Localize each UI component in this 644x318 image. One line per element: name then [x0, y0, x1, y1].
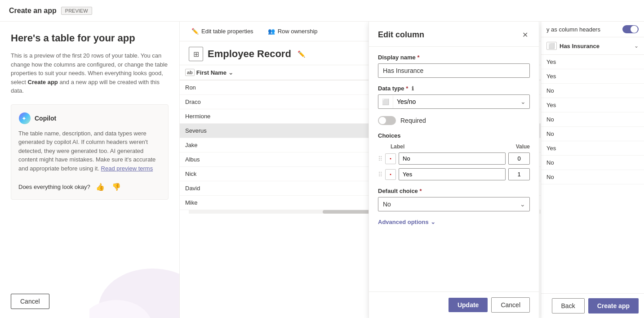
modal-header: Edit column ✕ — [369, 22, 539, 47]
thumbs-up-button[interactable]: 👍 — [94, 182, 107, 192]
edit-table-label: Edit table properties — [201, 28, 253, 35]
col-type-icon-first-name: ab — [185, 69, 195, 76]
create-app-button[interactable]: Create app — [588, 298, 639, 314]
info-icon: ℹ — [412, 85, 414, 92]
choice-color-yes[interactable]: ▪ — [385, 169, 396, 180]
app-title: Create an app — [9, 7, 57, 15]
right-col-cell: No — [541, 156, 644, 170]
choices-col-value: Value — [507, 143, 530, 150]
main-layout: Here's a table for your app This is a pr… — [0, 22, 644, 318]
right-col-row: Yes — [541, 55, 644, 69]
row-ownership-button[interactable]: 👥 Row ownership — [265, 26, 320, 36]
copilot-label: Copilot — [35, 115, 56, 122]
right-content: ✏️ Edit table properties 👥 Row ownership… — [180, 22, 644, 318]
use-as-headers-label: y as column headers — [546, 26, 600, 33]
row-ownership-label: Row ownership — [278, 28, 318, 35]
preview-terms-link[interactable]: Read preview terms — [101, 165, 153, 172]
background-decor — [89, 255, 180, 318]
update-button[interactable]: Update — [449, 298, 488, 312]
data-type-required: * — [406, 85, 408, 92]
choices-col-label: Label — [391, 143, 504, 150]
modal-title: Edit column — [378, 30, 424, 40]
default-choice-select-wrapper: No Yes ⌄ — [378, 197, 530, 211]
right-col-row: No — [541, 170, 644, 184]
color-icon-no: ▪ — [390, 156, 391, 161]
right-col-cell: Yes — [541, 141, 644, 156]
left-panel-heading: Here's a table for your app — [11, 32, 169, 44]
modal-cancel-button[interactable]: Cancel — [491, 297, 530, 313]
left-panel-description: This is a preview of the first 20 rows o… — [11, 51, 169, 95]
required-toggle-row: Required — [378, 116, 530, 125]
modal-footer: Update Cancel — [369, 291, 539, 318]
required-toggle[interactable] — [378, 116, 396, 125]
choice-row-no: ⠿ ▪ — [378, 152, 530, 165]
default-choice-label: Default choice * — [378, 188, 530, 194]
choice-label-yes-input[interactable] — [399, 168, 506, 180]
data-type-select[interactable]: Yes/no Text Number Date — [393, 95, 520, 108]
feedback-question: Does everything look okay? — [18, 184, 90, 190]
data-type-arrow: ⌄ — [520, 98, 529, 105]
right-col-cell: Yes — [541, 55, 644, 69]
display-name-input[interactable] — [378, 63, 530, 78]
choice-color-no[interactable]: ▪ — [385, 153, 396, 164]
choice-value-yes-input[interactable] — [508, 168, 530, 180]
modal-body: Display name * Data type * ℹ ⬜ — [369, 47, 539, 291]
right-col-row: Yes — [541, 141, 644, 156]
display-name-required: * — [417, 54, 419, 61]
default-choice-select[interactable]: No Yes — [378, 197, 530, 211]
right-col-cell: No — [541, 127, 644, 141]
table-name: Employee Record — [208, 48, 291, 60]
top-bar: Create an app PREVIEW — [0, 0, 644, 22]
display-name-field: Display name * — [378, 54, 530, 78]
right-col-chevron[interactable]: ⌄ — [634, 43, 639, 49]
right-col-cell: Yes — [541, 98, 644, 112]
thumbs-down-button[interactable]: 👎 — [110, 182, 123, 192]
default-choice-required: * — [419, 188, 422, 194]
right-col-cell: No — [541, 84, 644, 98]
people-icon: 👥 — [268, 28, 275, 35]
choice-row-yes: ⠿ ▪ — [378, 168, 530, 180]
data-type-select-wrapper: ⬜ Yes/no Text Number Date ⌄ — [378, 94, 530, 109]
table-icon: ⊞ — [189, 47, 203, 61]
right-col-header: ⬜ Has Insurance ⌄ — [541, 37, 644, 55]
right-col-row: Yes — [541, 98, 644, 112]
edit-table-properties-button[interactable]: ✏️ Edit table properties — [189, 26, 256, 36]
right-column-panel: y as column headers ⬜ Has Insurance ⌄ Ye… — [541, 22, 644, 318]
column-headers-toggle[interactable] — [622, 25, 639, 33]
edit-table-name-button[interactable]: ✏️ — [296, 49, 307, 58]
choice-value-no-input[interactable] — [508, 152, 530, 165]
choice-label-no-input[interactable] — [399, 152, 506, 165]
advanced-options-label: Advanced options — [378, 219, 429, 225]
cancel-button[interactable]: Cancel — [11, 294, 49, 309]
required-label: Required — [400, 117, 426, 124]
default-choice-field: Default choice * No Yes ⌄ — [378, 188, 530, 211]
right-col-cell: Yes — [541, 69, 644, 84]
chevron-down-icon-advanced: ⌄ — [431, 219, 435, 225]
feedback-row: Does everything look okay? 👍 👎 — [18, 182, 161, 192]
data-type-icon: ⬜ — [378, 95, 393, 108]
drag-handle-no[interactable]: ⠿ — [378, 155, 382, 162]
right-col-type-icon: ⬜ — [546, 42, 557, 50]
right-col-row: Yes — [541, 69, 644, 84]
right-col-row: No — [541, 127, 644, 141]
copilot-icon: ✦ — [18, 112, 31, 125]
svg-text:✦: ✦ — [22, 115, 27, 122]
col-label-first-name: First Name — [196, 69, 227, 76]
copilot-header: ✦ Copilot — [18, 112, 161, 125]
preview-badge: PREVIEW — [61, 7, 92, 15]
use-as-column-headers-row: y as column headers — [541, 22, 644, 37]
copilot-text: The table name, description, and data ty… — [18, 129, 161, 173]
chevron-down-icon-first[interactable]: ⌄ — [228, 69, 233, 76]
right-col-data: YesYesNoYesNoNoYesNoNo — [541, 55, 644, 293]
right-col-cell: No — [541, 112, 644, 127]
modal-close-button[interactable]: ✕ — [520, 29, 530, 41]
choices-field: Choices Label Value ⠿ ▪ — [378, 132, 530, 180]
back-button[interactable]: Back — [552, 298, 585, 314]
drag-handle-yes[interactable]: ⠿ — [378, 171, 382, 178]
right-col-label-text: Has Insurance — [560, 43, 600, 49]
choices-header: Label Value — [378, 143, 530, 150]
advanced-options-button[interactable]: Advanced options ⌄ — [378, 219, 435, 225]
right-col-row: No — [541, 112, 644, 127]
copilot-box: ✦ Copilot The table name, description, a… — [11, 104, 169, 200]
pencil-icon: ✏️ — [191, 28, 199, 35]
